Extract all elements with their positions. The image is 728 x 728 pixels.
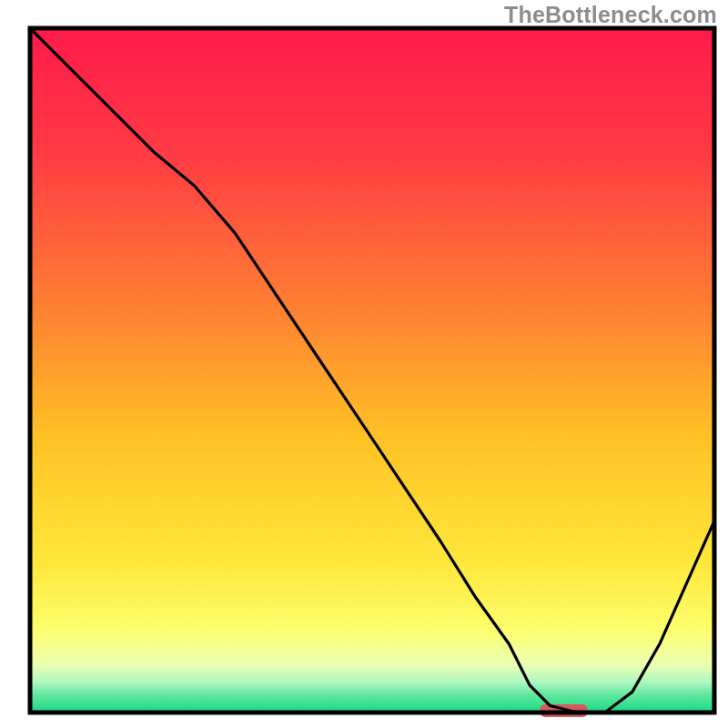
- watermark-text: TheBottleneck.com: [504, 2, 717, 28]
- chart-container: TheBottleneck.com: [0, 0, 728, 728]
- chart-svg: [0, 0, 728, 728]
